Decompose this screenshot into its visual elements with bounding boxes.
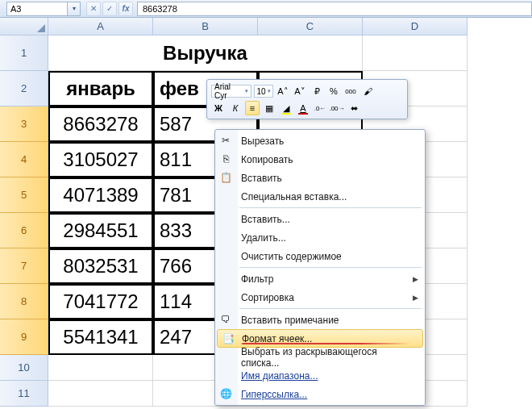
fx-icon: fx bbox=[123, 4, 130, 13]
format-cells-icon: 📑 bbox=[221, 332, 235, 346]
decrease-decimal-button[interactable]: .0← bbox=[313, 101, 327, 115]
borders-icon: ▦ bbox=[265, 103, 273, 114]
accept-formula-button[interactable]: ✓ bbox=[102, 2, 117, 16]
menu-delete[interactable]: Удалить... bbox=[215, 228, 425, 247]
menu-copy[interactable]: ⎘ Копировать bbox=[215, 150, 425, 169]
increase-decimal-button[interactable]: .00→ bbox=[330, 101, 344, 115]
bold-icon: Ж bbox=[214, 103, 222, 113]
x-icon: ✕ bbox=[90, 4, 97, 13]
title-cell[interactable]: Выручка bbox=[48, 35, 363, 71]
formula-bar: A3 ✕ ✓ fx 8663278 bbox=[0, 0, 532, 18]
align-center-button[interactable]: ≡ bbox=[245, 101, 260, 115]
menu-paste-special[interactable]: Специальная вставка... bbox=[215, 187, 425, 206]
row-header-8[interactable]: 8 bbox=[0, 284, 48, 319]
cell-a4[interactable]: 3105027 bbox=[48, 142, 153, 177]
cancel-formula-button[interactable]: ✕ bbox=[86, 2, 101, 16]
row-header-6[interactable]: 6 bbox=[0, 213, 48, 248]
font-name-selector[interactable]: Arial Cyr bbox=[211, 85, 251, 98]
menu-paste[interactable]: 📋 Вставить bbox=[215, 169, 425, 187]
check-icon: ✓ bbox=[106, 4, 113, 13]
dec-decimal-icon: .0← bbox=[314, 105, 326, 112]
menu-separator bbox=[239, 308, 422, 309]
chevron-right-icon: ▶ bbox=[413, 294, 418, 302]
percent-icon: % bbox=[330, 86, 338, 96]
row-header-2[interactable]: 2 bbox=[0, 71, 48, 106]
formula-input[interactable]: 8663278 bbox=[137, 2, 532, 16]
header-january[interactable]: январь bbox=[48, 71, 153, 106]
menu-hyperlink[interactable]: 🌐 Гиперссылка... bbox=[215, 385, 425, 403]
inc-decimal-icon: .00→ bbox=[329, 105, 344, 112]
row-header-7[interactable]: 7 bbox=[0, 248, 48, 284]
select-all-corner[interactable] bbox=[0, 18, 48, 35]
merge-button[interactable]: ⬌ bbox=[347, 101, 361, 115]
cell-a8[interactable]: 7041772 bbox=[48, 284, 153, 319]
mini-toolbar: Arial Cyr 10 A˄ A˅ ₽ % 000 🖌 Ж К ≡ ▦ ◢ А… bbox=[206, 79, 408, 119]
menu-separator bbox=[239, 207, 422, 208]
row-header-1[interactable]: 1 bbox=[0, 35, 48, 71]
menu-filter[interactable]: Фильтр ▶ bbox=[215, 269, 425, 288]
formula-value: 8663278 bbox=[143, 4, 177, 14]
row-header-10[interactable]: 10 bbox=[0, 355, 48, 381]
comment-icon: 🗨 bbox=[218, 312, 233, 327]
cell-d1[interactable] bbox=[363, 35, 468, 71]
col-header-d[interactable]: D bbox=[363, 18, 468, 35]
name-box[interactable]: A3 bbox=[6, 2, 81, 16]
menu-pick-from-list[interactable]: Выбрать из раскрывающегося списка... bbox=[215, 348, 425, 366]
cell-a11[interactable] bbox=[48, 381, 153, 407]
col-header-c[interactable]: C bbox=[258, 18, 363, 35]
fx-button[interactable]: fx bbox=[118, 2, 133, 16]
menu-separator bbox=[239, 267, 422, 268]
italic-icon: К bbox=[233, 103, 238, 113]
align-icon: ≡ bbox=[250, 103, 255, 113]
row-headers: 1 2 3 4 5 6 7 8 9 10 11 bbox=[0, 35, 48, 407]
cell-a3[interactable]: 8663278 bbox=[48, 106, 153, 142]
thousands-icon: 000 bbox=[345, 88, 355, 95]
scissors-icon: ✂ bbox=[218, 133, 233, 148]
accounting-format-button[interactable]: ₽ bbox=[310, 84, 324, 98]
bucket-icon: ◢ bbox=[283, 103, 289, 114]
col-header-a[interactable]: A bbox=[48, 18, 153, 35]
menu-cut[interactable]: ✂ Вырезать bbox=[215, 131, 425, 150]
format-painter-button[interactable]: 🖌 bbox=[360, 84, 375, 98]
decrease-font-button[interactable]: A˅ bbox=[293, 84, 307, 98]
comma-format-button[interactable]: 000 bbox=[343, 84, 358, 98]
row-header-4[interactable]: 4 bbox=[0, 142, 48, 177]
font-color-button[interactable]: А bbox=[296, 101, 310, 115]
cell-a7[interactable]: 8032531 bbox=[48, 248, 153, 284]
cell-a10[interactable] bbox=[48, 355, 153, 381]
font-color-icon: А bbox=[300, 103, 305, 113]
row-header-5[interactable]: 5 bbox=[0, 177, 48, 213]
cell-a5[interactable]: 4071389 bbox=[48, 177, 153, 213]
name-box-value: A3 bbox=[10, 4, 21, 14]
menu-insert[interactable]: Вставить... bbox=[215, 210, 425, 228]
font-size-selector[interactable]: 10 bbox=[254, 85, 273, 98]
col-header-b[interactable]: B bbox=[153, 18, 258, 35]
increase-font-button[interactable]: A˄ bbox=[276, 84, 290, 98]
name-box-dropdown-icon[interactable] bbox=[67, 2, 80, 15]
context-menu: ✂ Вырезать ⎘ Копировать 📋 Вставить Специ… bbox=[214, 129, 426, 406]
clipboard-icon: 📋 bbox=[218, 170, 233, 185]
chevron-right-icon: ▶ bbox=[413, 275, 418, 283]
merge-icon: ⬌ bbox=[351, 103, 358, 114]
fill-color-button[interactable]: ◢ bbox=[279, 101, 293, 115]
brush-icon: 🖌 bbox=[364, 86, 372, 96]
menu-clear[interactable]: Очистить содержимое bbox=[215, 247, 425, 265]
row-header-9[interactable]: 9 bbox=[0, 319, 48, 355]
cell-a6[interactable]: 2984551 bbox=[48, 213, 153, 248]
font-grow-icon: A˄ bbox=[277, 86, 288, 97]
menu-insert-comment[interactable]: 🗨 Вставить примечание bbox=[215, 311, 425, 329]
currency-icon: ₽ bbox=[314, 86, 320, 97]
font-shrink-icon: A˅ bbox=[294, 86, 305, 97]
menu-sort[interactable]: Сортировка ▶ bbox=[215, 288, 425, 307]
bold-button[interactable]: Ж bbox=[211, 101, 226, 115]
fx-button-group: ✕ ✓ fx bbox=[85, 2, 134, 16]
cell-a9[interactable]: 5541341 bbox=[48, 319, 153, 355]
copy-icon: ⎘ bbox=[218, 152, 233, 166]
menu-range-name[interactable]: Имя диапазона... bbox=[215, 366, 425, 385]
row-header-3[interactable]: 3 bbox=[0, 106, 48, 142]
row-header-11[interactable]: 11 bbox=[0, 381, 48, 407]
column-headers: A B C D bbox=[0, 18, 532, 35]
italic-button[interactable]: К bbox=[228, 101, 243, 115]
borders-button[interactable]: ▦ bbox=[262, 101, 276, 115]
percent-format-button[interactable]: % bbox=[326, 84, 341, 98]
